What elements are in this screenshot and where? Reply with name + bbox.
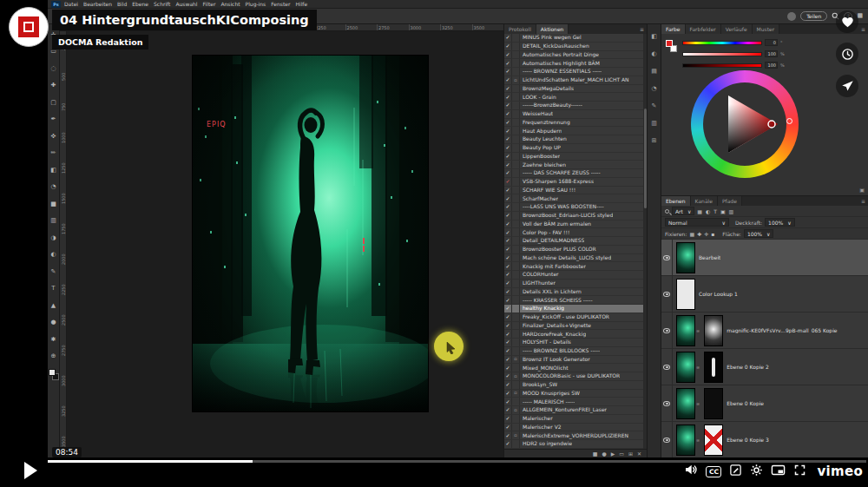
action-enabled-checkbox[interactable]	[504, 144, 512, 152]
action-enabled-checkbox[interactable]	[504, 406, 512, 414]
action-dialog-toggle[interactable]	[512, 110, 520, 118]
action-dialog-toggle[interactable]	[512, 313, 520, 321]
action-dialog-toggle[interactable]	[512, 212, 520, 220]
action-enabled-checkbox[interactable]	[504, 288, 512, 296]
panel-menu-icon[interactable]: ≡	[858, 196, 868, 206]
action-dialog-toggle[interactable]	[512, 178, 520, 186]
filter-shape-layers-icon[interactable]: ▣	[720, 208, 726, 214]
action-enabled-checkbox[interactable]	[504, 68, 512, 76]
layer-mask-thumbnail[interactable]	[704, 388, 723, 419]
layer-visibility-toggle[interactable]	[661, 276, 673, 312]
history-brush-tool[interactable]: ◔	[48, 179, 59, 196]
filter-adjustment-layers-icon[interactable]: ◐	[706, 208, 710, 214]
fill-value[interactable]: 100% ∨	[744, 229, 774, 238]
stop-icon[interactable]: ■	[593, 451, 598, 457]
action-dialog-toggle[interactable]	[512, 102, 520, 109]
action-enabled-checkbox[interactable]	[504, 280, 512, 287]
action-row[interactable]: MINUS Pink wegen Gel	[504, 34, 647, 43]
action-row[interactable]: Details XXL in Lichtern	[504, 288, 647, 297]
action-row[interactable]: VSB-Sharpen 1688-Express	[504, 178, 647, 187]
type-tool[interactable]: T	[48, 280, 59, 298]
filter-pixel-layers-icon[interactable]: ▦	[697, 208, 702, 214]
layer-visibility-toggle[interactable]	[661, 422, 673, 457]
action-enabled-checkbox[interactable]	[504, 305, 512, 313]
action-row[interactable]: Haut Abpudern	[504, 127, 647, 135]
new-action-icon[interactable]: ⊞	[628, 451, 633, 457]
action-dialog-toggle[interactable]	[512, 76, 520, 84]
action-enabled-checkbox[interactable]	[504, 431, 512, 439]
layer-thumbnail[interactable]	[676, 315, 695, 346]
action-row[interactable]: LIGHThunter	[504, 280, 647, 288]
clone-stamp-tool[interactable]: ◧	[48, 161, 59, 179]
action-enabled-checkbox[interactable]	[504, 237, 512, 245]
crop-tool[interactable]: ▢	[48, 94, 59, 111]
action-row[interactable]: ----- DAS SCHARFE ZEUSS -----	[504, 169, 647, 178]
action-dialog-toggle[interactable]	[512, 119, 520, 127]
action-dialog-toggle[interactable]	[512, 59, 520, 67]
blur-tool[interactable]: ◑	[48, 229, 59, 247]
action-row[interactable]: ----- BROWNZ BILDLOOKS -----	[504, 347, 647, 356]
lock-all-icon[interactable]: ▪	[711, 231, 714, 237]
action-enabled-checkbox[interactable]	[504, 415, 512, 423]
action-enabled-checkbox[interactable]	[504, 322, 512, 330]
layer-thumbnail[interactable]	[676, 279, 695, 310]
channel-logo[interactable]	[9, 7, 49, 47]
action-enabled-checkbox[interactable]	[504, 194, 512, 202]
action-enabled-checkbox[interactable]	[504, 356, 512, 364]
play-button[interactable]	[24, 462, 37, 479]
layer-name[interactable]: magnific-KE0fVFsVrv...9pB-mall_065 Kopie	[727, 327, 837, 333]
action-dialog-toggle[interactable]	[512, 364, 520, 372]
action-dialog-toggle[interactable]	[512, 237, 520, 245]
fullscreen-button[interactable]	[793, 464, 806, 480]
action-dialog-toggle[interactable]	[512, 415, 520, 423]
action-enabled-checkbox[interactable]	[504, 203, 512, 211]
menu-item[interactable]: Bearbeiten	[83, 1, 112, 7]
color-value-field[interactable]: 100	[765, 50, 778, 57]
action-row[interactable]: Mixed_MONOlicht	[504, 364, 647, 372]
action-dialog-toggle[interactable]	[512, 153, 520, 161]
document-canvas[interactable]: EPIQ	[193, 56, 428, 411]
action-dialog-toggle[interactable]	[512, 51, 520, 59]
lock-pixels-icon[interactable]: ✚	[697, 231, 701, 237]
panel-tab[interactable]: Verläufe	[721, 24, 753, 34]
action-dialog-toggle[interactable]	[512, 144, 520, 152]
layer-name[interactable]: Color Lookup 1	[699, 291, 738, 297]
action-row[interactable]: LOOK - Grain	[504, 93, 647, 102]
action-row[interactable]: Color Pop - FAV !!!	[504, 228, 647, 237]
action-dialog-toggle[interactable]	[512, 43, 520, 50]
layer-row[interactable]: magnific-KE0fVFsVrv...9pB-mall_065 Kopie	[661, 313, 868, 349]
layer-mask-thumbnail[interactable]	[704, 352, 723, 383]
color-slider[interactable]	[682, 41, 762, 45]
action-row[interactable]: ------BrownzBeauty------	[504, 102, 647, 110]
menu-item[interactable]: Ebene	[132, 1, 148, 7]
action-dialog-toggle[interactable]	[512, 372, 520, 380]
color-swatches[interactable]	[49, 369, 59, 381]
action-enabled-checkbox[interactable]	[504, 93, 512, 101]
action-row[interactable]: Finalizer_Details+Vignette	[504, 322, 647, 331]
color-slider[interactable]	[682, 63, 762, 68]
action-row[interactable]: Malerischer V2	[504, 424, 647, 432]
panel-tab[interactable]: Aktionen	[536, 24, 569, 34]
action-row[interactable]: Detail_DETAILMADNESS	[504, 237, 647, 246]
panel-tab[interactable]: Kanäle	[691, 196, 718, 206]
layer-mask-thumbnail[interactable]	[704, 315, 723, 346]
action-enabled-checkbox[interactable]	[504, 313, 512, 321]
action-enabled-checkbox[interactable]	[504, 51, 512, 59]
action-row[interactable]: healthy Knackig	[504, 305, 647, 313]
action-dialog-toggle[interactable]	[512, 169, 520, 177]
action-dialog-toggle[interactable]	[512, 271, 520, 279]
action-enabled-checkbox[interactable]	[504, 398, 512, 405]
vimeo-logo[interactable]: vimeo	[817, 464, 863, 479]
action-dialog-toggle[interactable]	[512, 135, 520, 143]
layer-row[interactable]: Ebene 0 Kopie 2	[661, 349, 868, 385]
layer-row[interactable]: Ebene 0 Kopie	[661, 385, 868, 422]
action-dialog-toggle[interactable]	[512, 431, 520, 439]
eraser-tool[interactable]: ■	[48, 195, 59, 213]
patterns-panel-icon[interactable]: ▥	[648, 115, 661, 132]
layer-thumbnail[interactable]	[676, 388, 695, 419]
action-row[interactable]: BrownzBooster PLUS COLOR	[504, 246, 647, 254]
action-row[interactable]: HOLYSHIT - Details	[504, 339, 647, 347]
saturation-brightness-triangle[interactable]	[703, 82, 786, 166]
layer-name[interactable]: Ebene 0 Kopie 3	[727, 437, 769, 443]
delete-icon[interactable]: ✕	[637, 451, 641, 457]
